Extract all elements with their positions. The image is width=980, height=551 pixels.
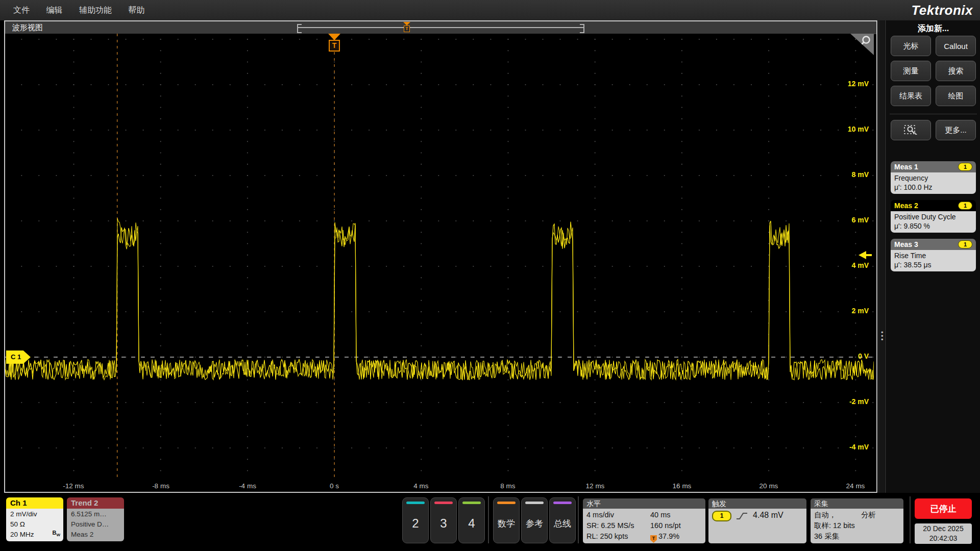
trend-2-title: Trend 2 bbox=[67, 497, 124, 509]
horizontal-title: 水平 bbox=[583, 498, 705, 509]
trend2-value: 6.5125 m… bbox=[71, 509, 120, 519]
tab-bar: 波形视图 T bbox=[5, 21, 876, 34]
sidebar-divider bbox=[890, 114, 977, 114]
tektronix-logo: Tektronix bbox=[911, 3, 973, 18]
ch1-scale: 2 mV/div bbox=[10, 509, 59, 519]
channel-1-badge[interactable]: Ch 1 2 mV/div 50 Ω 20 MHz BW bbox=[6, 497, 63, 541]
x-tick-label: 24 ms bbox=[832, 482, 878, 490]
acquisition-analysis: 分析 bbox=[861, 510, 876, 520]
plot-button[interactable]: 绘图 bbox=[936, 86, 976, 106]
trend2-source: Meas 2 bbox=[71, 530, 120, 540]
y-tick-label: -2 mV bbox=[818, 397, 869, 406]
x-tick-label: -8 ms bbox=[138, 482, 184, 490]
splitter-grip-icon[interactable]: ••• bbox=[881, 331, 884, 341]
acquisition-title: 采集 bbox=[811, 498, 903, 509]
record-trigger-marker-icon[interactable]: T bbox=[403, 22, 411, 32]
add-bus-button[interactable]: 总线 bbox=[549, 497, 576, 543]
zoom-select-button[interactable] bbox=[891, 120, 931, 140]
meas-source-pill: 1 bbox=[958, 240, 972, 248]
resolution: 160 ns/pt bbox=[650, 520, 681, 531]
x-tick-label: 8 ms bbox=[485, 482, 531, 490]
menu-file[interactable]: 文件 bbox=[13, 0, 30, 20]
y-tick-label: 4 mV bbox=[818, 261, 869, 269]
add-channel-2-button[interactable]: 2 bbox=[402, 497, 429, 543]
add-new-title: 添加新... bbox=[887, 23, 980, 34]
callout-button[interactable]: Callout bbox=[936, 36, 976, 56]
waveform-view-window: 波形视图 T T C 1 bbox=[4, 20, 877, 493]
acquisition-count: 36 采集 bbox=[814, 531, 900, 542]
x-tick-label: 16 ms bbox=[659, 482, 705, 490]
meas-type: Frequency bbox=[894, 173, 972, 183]
trigger-position-marker-icon[interactable]: T bbox=[327, 34, 341, 52]
meas-2-badge[interactable]: Meas 2 1 Positive Duty Cycle μ': 9.850 % bbox=[891, 200, 976, 233]
y-tick-label: 10 mV bbox=[818, 125, 869, 133]
x-tick-label: 4 ms bbox=[398, 482, 444, 490]
trigger-flag-icon: T bbox=[650, 535, 657, 543]
x-tick-label: 0 s bbox=[311, 482, 357, 490]
meas-type: Rise Time bbox=[894, 251, 972, 260]
menu-bar: 文件 编辑 辅助功能 帮助 Tektronix bbox=[0, 0, 980, 20]
bottom-bar-separator bbox=[488, 496, 489, 543]
x-tick-label: -4 ms bbox=[225, 482, 271, 490]
add-channel-3-button[interactable]: 3 bbox=[430, 497, 457, 543]
oscilloscope-screen: 文件 编辑 辅助功能 帮助 Tektronix 波形视图 T T bbox=[0, 0, 980, 551]
meas-name: Meas 3 bbox=[894, 240, 918, 248]
record-right-bracket[interactable] bbox=[580, 24, 584, 33]
horizontal-panel[interactable]: 水平 4 ms/div 40 ms SR: 6.25 MS/s 160 ns/p… bbox=[583, 498, 705, 543]
acquisition-sampling: 取样: 12 bits bbox=[814, 520, 900, 531]
bandwidth-limit-icon: BW bbox=[52, 528, 60, 540]
meas-value: μ': 100.0 Hz bbox=[894, 183, 972, 192]
datetime-display: 20 Dec 2025 20:42:03 bbox=[915, 523, 972, 544]
record-left-bracket[interactable] bbox=[297, 24, 302, 33]
time: 20:42:03 bbox=[915, 534, 972, 543]
add-new-buttons: 光标 Callout 测量 搜索 结果表 绘图 bbox=[891, 36, 976, 106]
more-button[interactable]: 更多... bbox=[936, 120, 976, 140]
menu-edit[interactable]: 编辑 bbox=[46, 0, 62, 20]
trigger-level-arrow-icon[interactable] bbox=[859, 251, 872, 259]
record-length: RL: 250 kpts bbox=[586, 531, 650, 543]
add-channel-4-button[interactable]: 4 bbox=[458, 497, 485, 543]
measure-button[interactable]: 测量 bbox=[891, 61, 931, 81]
menu-utility[interactable]: 辅助功能 bbox=[79, 0, 112, 20]
trend-2-badge[interactable]: Trend 2 6.5125 m… Positive D… Meas 2 bbox=[67, 497, 124, 541]
trend2-type: Positive D… bbox=[71, 519, 120, 530]
add-math-button[interactable]: 数学 bbox=[493, 497, 520, 543]
tab-waveform-view[interactable]: 波形视图 bbox=[12, 21, 43, 34]
trigger-position: T37.9% bbox=[650, 531, 679, 543]
acquisition-panel[interactable]: 采集 自动， 分析 取样: 12 bits 36 采集 bbox=[811, 498, 903, 543]
zoom-select-icon bbox=[903, 124, 919, 136]
search-button[interactable]: 搜索 bbox=[936, 61, 976, 81]
meas-name: Meas 2 bbox=[894, 202, 918, 210]
add-reference-button[interactable]: 参考 bbox=[521, 497, 548, 543]
trigger-source-pill: 1 bbox=[712, 511, 731, 521]
y-tick-label: 0 V bbox=[818, 352, 869, 360]
record-position-track bbox=[297, 27, 584, 28]
meas-source-pill: 1 bbox=[958, 163, 972, 171]
acquisition-mode: 自动， bbox=[814, 510, 861, 520]
meas-value: μ': 38.55 μs bbox=[894, 260, 972, 269]
y-tick-label: 2 mV bbox=[818, 307, 869, 315]
y-tick-label: 12 mV bbox=[818, 80, 869, 88]
meas-1-badge[interactable]: Meas 1 1 Frequency μ': 100.0 Hz bbox=[891, 161, 976, 194]
x-tick-label: 20 ms bbox=[746, 482, 792, 490]
trigger-level-value: 4.48 mV bbox=[753, 511, 783, 519]
cursors-button[interactable]: 光标 bbox=[891, 36, 931, 56]
bottom-bar-separator bbox=[578, 496, 579, 543]
y-tick-label: 6 mV bbox=[818, 216, 869, 224]
record-position-bar[interactable]: T bbox=[297, 23, 584, 32]
results-table-button[interactable]: 结果表 bbox=[891, 86, 931, 106]
bottom-bar-separator bbox=[910, 496, 911, 543]
magnifier-icon bbox=[863, 37, 870, 43]
trigger-title: 触发 bbox=[708, 498, 806, 509]
menu-help[interactable]: 帮助 bbox=[128, 0, 144, 20]
graticule[interactable]: T C 1 12 mV 10 mV 8 mV 6 mV 4 mV 2 mV bbox=[5, 34, 874, 492]
sidebar: 添加新... 光标 Callout 测量 搜索 结果表 绘图 更多... bbox=[887, 20, 980, 493]
run-stop-button[interactable]: 已停止 bbox=[915, 498, 972, 519]
waveform-plot bbox=[5, 34, 874, 481]
panel-splitter[interactable]: ••• bbox=[878, 20, 886, 493]
horizontal-window: 40 ms bbox=[650, 510, 671, 520]
trigger-panel[interactable]: 触发 1 4.48 mV bbox=[708, 498, 806, 543]
meas-3-badge[interactable]: Meas 3 1 Rise Time μ': 38.55 μs bbox=[891, 239, 976, 271]
sample-rate: SR: 6.25 MS/s bbox=[586, 520, 650, 531]
x-tick-label: 12 ms bbox=[572, 482, 618, 490]
